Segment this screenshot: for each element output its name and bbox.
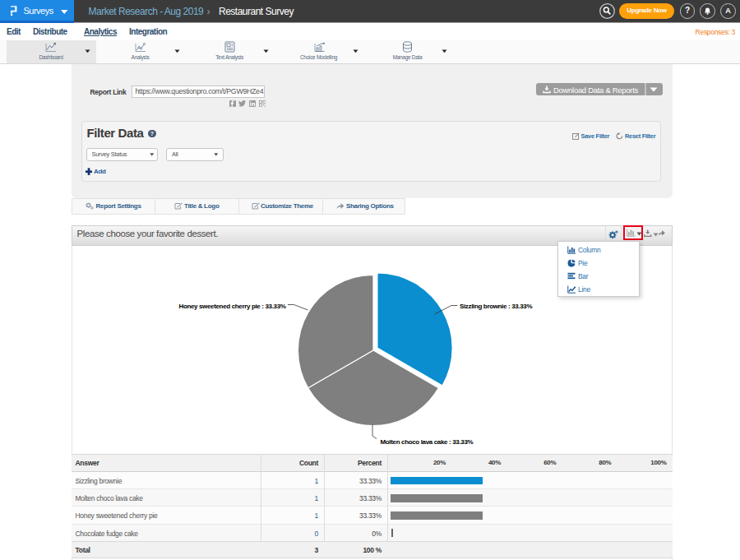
svg-text:Molten choco lava cake : 33.33: Molten choco lava cake : 33.33% [380, 438, 473, 446]
svg-text:Sizzling brownie : 33.33%: Sizzling brownie : 33.33% [460, 303, 532, 310]
svg-text:Honey sweetened cherry pie : 3: Honey sweetened cherry pie : 33.33% [178, 303, 285, 310]
